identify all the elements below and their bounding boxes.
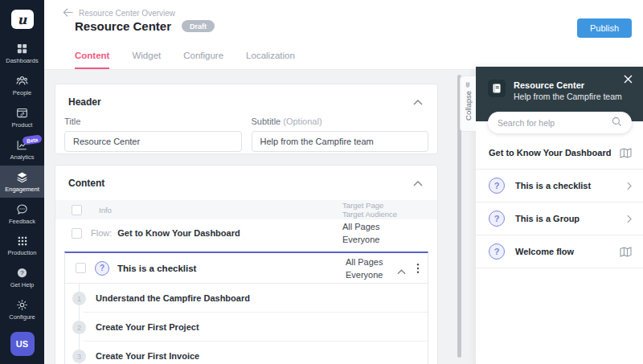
sidebar-bottom: Production ? Get Help Configure US bbox=[0, 230, 44, 364]
column-target-audience: Target Audience bbox=[342, 210, 397, 219]
flow-row-title: Get to Know Your Dashboard bbox=[117, 228, 240, 238]
title-field-label: Title bbox=[64, 117, 242, 126]
preview-item-welcome-flow[interactable]: ? Welcome flow bbox=[476, 235, 643, 268]
column-target-page: Target Page bbox=[342, 201, 383, 210]
select-all-checkbox[interactable] bbox=[72, 205, 82, 215]
sidebar-item-analytics[interactable]: Beta Analytics bbox=[0, 133, 44, 166]
app-logo[interactable]: u bbox=[11, 10, 34, 29]
column-info: Info bbox=[99, 206, 112, 215]
sidebar-item-configure[interactable]: Configure bbox=[0, 293, 44, 325]
row-checkbox[interactable] bbox=[76, 263, 86, 273]
step-title: Understand the Campfire Dashboard bbox=[96, 293, 250, 303]
back-arrow-icon[interactable] bbox=[63, 7, 73, 19]
kebab-menu-icon[interactable] bbox=[416, 263, 420, 277]
content-table-header: Info Target Page Target Audience bbox=[55, 200, 437, 219]
sidebar-item-get-help[interactable]: ? Get Help bbox=[0, 261, 44, 293]
subtitle-field-label: Subtitle (Optional) bbox=[252, 117, 429, 126]
chevron-right-icon bbox=[627, 182, 632, 190]
topbar: Resource Center Overview Resource Center… bbox=[44, 0, 643, 70]
preview-item-checklist[interactable]: ? This is a checklist bbox=[476, 170, 643, 202]
question-circle-icon: ? bbox=[95, 261, 109, 276]
drag-handle-icon: ≡› bbox=[465, 82, 473, 87]
checklist-step-row[interactable]: 2 Create Your First Project bbox=[65, 313, 428, 342]
tab-localization[interactable]: Localization bbox=[246, 51, 295, 69]
sidebar-item-label: Get Help bbox=[10, 281, 35, 288]
sidebar-item-label: Analytics bbox=[10, 153, 34, 161]
preview-item-list: Get to Know Your Dashboard ? This is a c… bbox=[476, 137, 643, 268]
subtitle-input[interactable] bbox=[252, 131, 429, 152]
sidebar-item-product[interactable]: Product bbox=[0, 101, 44, 133]
production-icon bbox=[17, 235, 28, 247]
status-badge: Draft bbox=[182, 20, 215, 32]
checklist-steps: 1 Understand the Campfire Dashboard 2 Cr… bbox=[65, 284, 428, 364]
preview-item-title: Welcome flow bbox=[515, 247, 620, 256]
header-collapse-chevron-icon[interactable] bbox=[412, 94, 424, 109]
header-section-card: Header Title Subtitle (Optional) bbox=[55, 84, 438, 154]
step-title: Create Your First Project bbox=[96, 322, 199, 332]
content-section-card: Content Info Target Page Target Audience… bbox=[55, 165, 438, 364]
checklist-row-title: This is a checklist bbox=[117, 264, 196, 273]
sidebar-item-label: Feedback bbox=[9, 218, 35, 225]
search-input[interactable] bbox=[498, 118, 612, 128]
content-collapse-chevron-icon[interactable] bbox=[412, 175, 424, 190]
sidebar-item-people[interactable]: People bbox=[0, 69, 44, 101]
sidebar-nav: Dashboards People Product Beta Analytic bbox=[0, 37, 44, 230]
row-checkbox[interactable] bbox=[72, 228, 82, 239]
feedback-icon bbox=[16, 203, 28, 215]
row-type-label: Flow: bbox=[91, 228, 112, 238]
page-title: Resource Center bbox=[75, 19, 171, 33]
sidebar-item-label: Dashboards bbox=[6, 57, 38, 64]
product-icon bbox=[16, 107, 28, 119]
svg-text:?: ? bbox=[20, 269, 24, 276]
optional-hint: (Optional) bbox=[283, 117, 322, 126]
preview-item-flow-dashboard[interactable]: Get to Know Your Dashboard bbox=[476, 137, 643, 170]
preview-collapse-tab[interactable]: ≡› Collapse bbox=[460, 76, 476, 132]
step-number-badge: 2 bbox=[72, 321, 86, 334]
checklist-block-selected: ? This is a checklist All Pages Everyone bbox=[64, 252, 428, 364]
sidebar-item-feedback[interactable]: Feedback bbox=[0, 198, 44, 230]
logo-glyph: u bbox=[18, 12, 27, 27]
sidebar-item-production[interactable]: Production bbox=[0, 230, 44, 261]
preview-item-group[interactable]: ? This is a Group bbox=[476, 202, 643, 235]
engagement-icon bbox=[16, 171, 28, 183]
tab-configure[interactable]: Configure bbox=[183, 51, 223, 69]
target-page-value: All Pages bbox=[346, 257, 383, 267]
checklist-step-row[interactable]: 3 Create Your First Invoice bbox=[65, 342, 428, 364]
target-page-value: All Pages bbox=[342, 222, 379, 231]
publish-button[interactable]: Publish bbox=[577, 18, 632, 38]
content-section-title: Content bbox=[68, 178, 104, 189]
search-icon bbox=[612, 116, 622, 130]
user-avatar[interactable]: US bbox=[10, 332, 35, 356]
sidebar-item-label: Configure bbox=[9, 313, 35, 321]
close-icon[interactable] bbox=[621, 72, 635, 88]
dashboards-icon bbox=[16, 43, 28, 55]
title-input[interactable] bbox=[64, 131, 242, 152]
table-row-checklist[interactable]: ? This is a checklist All Pages Everyone bbox=[65, 253, 428, 284]
target-audience-value: Everyone bbox=[346, 270, 383, 280]
question-circle-icon: ? bbox=[489, 211, 505, 227]
title-row: Resource Center Draft bbox=[75, 19, 215, 33]
avatar-initials: US bbox=[16, 339, 28, 349]
checklist-row-targets: All Pages Everyone bbox=[346, 256, 383, 281]
people-icon bbox=[16, 75, 28, 87]
checklist-step-row[interactable]: 1 Understand the Campfire Dashboard bbox=[65, 284, 428, 313]
breadcrumb[interactable]: Resource Center Overview bbox=[63, 7, 175, 19]
preview-item-title: This is a Group bbox=[515, 214, 627, 223]
table-row-flow[interactable]: Flow: Get to Know Your Dashboard All Pag… bbox=[55, 219, 437, 247]
step-number-badge: 3 bbox=[72, 350, 86, 363]
help-icon: ? bbox=[16, 267, 28, 279]
sidebar-item-label: Engagement bbox=[5, 186, 39, 193]
preview-search-bar bbox=[488, 112, 632, 133]
tab-widget[interactable]: Widget bbox=[132, 51, 161, 69]
checklist-collapse-chevron-icon[interactable] bbox=[397, 264, 406, 278]
flow-row-targets: All Pages Everyone bbox=[342, 220, 379, 246]
preview-item-title: This is a checklist bbox=[515, 181, 627, 190]
map-icon bbox=[620, 148, 632, 158]
sidebar-item-label: Production bbox=[8, 249, 37, 256]
subtitle-field-group: Subtitle (Optional) bbox=[252, 117, 429, 152]
step-title: Create Your First Invoice bbox=[96, 351, 199, 361]
tab-content[interactable]: Content bbox=[75, 51, 109, 69]
column-targets: Target Page Target Audience bbox=[342, 201, 397, 219]
sidebar-item-engagement[interactable]: Engagement bbox=[0, 166, 44, 198]
sidebar-item-dashboards[interactable]: Dashboards bbox=[0, 37, 44, 69]
